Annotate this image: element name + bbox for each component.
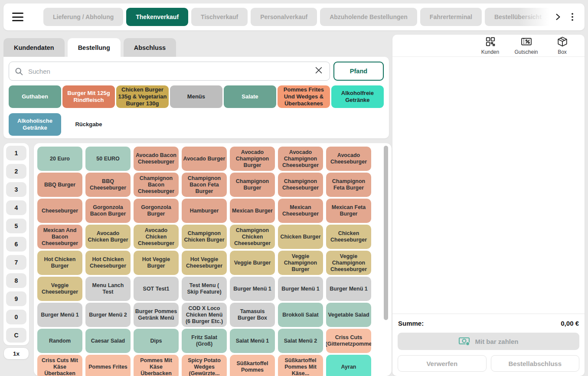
category-burger-mit-125g-rindfleisch[interactable]: Burger Mit 125g Rindfleisch <box>62 85 115 108</box>
product-veggie-burger[interactable]: Veggie Burger <box>230 251 275 275</box>
category-rückgabe[interactable]: Rückgabe <box>62 113 115 136</box>
product-burger-menü-1[interactable]: Burger Menü 1 <box>278 277 323 301</box>
product-chicken-burger[interactable]: Chicken Burger <box>278 225 323 249</box>
tab-tischverkauf[interactable]: Tischverkauf <box>191 8 248 26</box>
product-veggie-champignon-burger[interactable]: Veggie Champignon Burger <box>278 251 323 275</box>
product-spicy-potato-wedges-gewürzte[interactable]: Spicy Potato Wedges (Gewürzte... <box>182 355 227 376</box>
product-ayran[interactable]: Ayran <box>326 355 371 376</box>
scrollbar-thumb[interactable] <box>384 146 388 320</box>
product-champignon-feta-burger[interactable]: Champignon Feta Burger <box>326 173 371 197</box>
product-fritz-salat-groß[interactable]: Fritz Salat (Groß) <box>182 329 227 353</box>
product-gorgonzola-burger[interactable]: Gorgonzola Burger <box>134 199 179 223</box>
category-chicken-burger-135g-vegetarian-burger-130g[interactable]: Chicken Burger 135g & Vegetarian Burger … <box>116 85 169 108</box>
product-avocado-champignon-burger[interactable]: Avocado Champignon Burger <box>230 147 275 171</box>
product-champignon-chicken-burger[interactable]: Champignon Chicken Burger <box>182 225 227 249</box>
product-salat-menü-2[interactable]: Salat Menü 2 <box>278 329 323 353</box>
product-burger-menü-1[interactable]: Burger Menü 1 <box>37 303 82 327</box>
product-mexican-cheeseburger[interactable]: Mexican Cheeseburger <box>278 199 323 223</box>
product-criss-cuts-gitternetzpomme[interactable]: Criss Cuts (Gitternetzpomme <box>326 329 371 353</box>
section-tab-kundendaten[interactable]: Kundendaten <box>3 38 65 57</box>
numpad-9[interactable]: 9 <box>6 291 26 306</box>
tab-abzuholende-bestellungen[interactable]: Abzuholende Bestellungen <box>320 8 417 26</box>
section-tab-bestellung[interactable]: Bestellung <box>68 38 121 57</box>
numpad-c[interactable]: C <box>6 328 26 343</box>
clear-search-icon[interactable] <box>313 65 324 78</box>
product-chicken-cheeseburger[interactable]: Chicken Cheeseburger <box>326 225 371 249</box>
search-input[interactable] <box>27 67 313 75</box>
product-champignon-burger[interactable]: Champignon Burger <box>230 173 275 197</box>
product-20-euro[interactable]: 20 Euro <box>37 147 82 171</box>
product-test-menu-skip-feature[interactable]: Test Menu ( Skip Feature) <box>182 277 227 301</box>
product-avocado-bacon-cheeseburger[interactable]: Avocado Bacon Cheeseburger <box>134 147 179 171</box>
product-burger-menü-1[interactable]: Burger Menü 1 <box>230 277 275 301</box>
numpad-7[interactable]: 7 <box>6 255 26 270</box>
product-50-euro[interactable]: 50 EURO <box>85 147 131 171</box>
hamburger-menu-icon[interactable] <box>12 13 23 21</box>
product-pommes-frites[interactable]: Pommes Frites <box>85 355 131 376</box>
product-hot-veggie-cheeseburger[interactable]: Hot Veggie Cheeseburger <box>182 251 227 275</box>
product-veggie-champignon-cheeseburger[interactable]: Veggie Champignon Cheeseburger <box>326 251 371 275</box>
product-hot-veggie-burger[interactable]: Hot Veggie Burger <box>134 251 179 275</box>
product-bbq-burger[interactable]: BBQ Burger <box>37 173 82 197</box>
product-champignon-bacon-cheeseburger[interactable]: Champignon Bacon Cheeseburger <box>134 173 179 197</box>
product-avocado-chicken-burger[interactable]: Avocado Chicken Burger <box>85 225 131 249</box>
product-champignon-cheeseburger[interactable]: Champignon Cheeseburger <box>278 173 323 197</box>
product-avocado-chicken-cheeseburger[interactable]: Avocado Chicken Cheeseburger <box>134 225 179 249</box>
product-burger-pommes-getränk-menü[interactable]: Burger Pommes Getränk Menü <box>134 303 179 327</box>
numpad-3[interactable]: 3 <box>6 182 26 197</box>
tab-lieferung-abholung[interactable]: Lieferung / Abholung <box>43 8 123 26</box>
product-veggie-cheeseburger[interactable]: Veggie Cheeseburger <box>37 277 82 301</box>
category-pommes-frites-und-wedges-überbackenes[interactable]: Pommes Frites Und Wedges & Überbackenes <box>278 85 330 108</box>
product-tamasuis-burger-box[interactable]: Tamasuis Burger Box <box>230 303 275 327</box>
product-caesar-salad[interactable]: Caesar Salad <box>85 329 131 353</box>
product-pommes-mit-käse-überbacken[interactable]: Pommes Mit Käse Überbacken <box>134 355 179 376</box>
tab-bestellübersicht[interactable]: Bestellübersicht <box>485 8 549 26</box>
numpad-8[interactable]: 8 <box>6 273 26 288</box>
checkout-button[interactable]: Bestellabschluss <box>491 355 580 372</box>
category-alkoholische-getränke[interactable]: Alkoholische Getränke <box>9 113 61 136</box>
box-button[interactable]: Box <box>544 36 580 55</box>
product-burger-menü-1[interactable]: Burger Menü 1 <box>326 277 371 301</box>
numpad-6[interactable]: 6 <box>6 237 26 252</box>
category-salate[interactable]: Salate <box>224 85 276 108</box>
numpad-4[interactable]: 4 <box>6 200 26 215</box>
product-gorgonzola-bacon-burger[interactable]: Gorgonzola Bacon Burger <box>85 199 131 223</box>
product-avocado-cheeseburger[interactable]: Avocado Cheeseburger <box>326 147 371 171</box>
product-sot-test1[interactable]: SOT Test1 <box>134 277 179 301</box>
category-alkoholfreie-getränke[interactable]: Alkoholfreie Getränke <box>331 85 384 108</box>
numpad-2[interactable]: 2 <box>6 164 26 179</box>
product-bbq-cheeseburger[interactable]: BBQ Cheeseburger <box>85 173 131 197</box>
product-avocado-burger[interactable]: Avocado Burger <box>182 147 227 171</box>
product-random[interactable]: Random <box>37 329 82 353</box>
product-criss-cuts-mit-käse-überbacken[interactable]: Criss Cuts Mit Käse Überbacken <box>37 355 82 376</box>
product-süßkartoffel-pommes[interactable]: Süßkartoffel Pommes <box>230 355 275 376</box>
product-cheeseburger[interactable]: Cheeseburger <box>37 199 82 223</box>
pay-cash-button[interactable]: Mit bar zahlen <box>398 333 579 350</box>
product-brokkoli-salat[interactable]: Brokkoli Salat <box>278 303 323 327</box>
product-vegetable-salad[interactable]: Vegetable Salad <box>326 303 371 327</box>
gutschein-button[interactable]: Gutschein <box>508 36 544 55</box>
numpad-5[interactable]: 5 <box>6 219 26 233</box>
numpad-0[interactable]: 0 <box>6 310 26 324</box>
more-options-icon[interactable] <box>570 11 575 23</box>
tabs-scroll-right-button[interactable] <box>552 11 564 23</box>
product-hot-chicken-burger[interactable]: Hot Chicken Burger <box>37 251 82 275</box>
tab-personalverkauf[interactable]: Personalverkauf <box>251 8 317 26</box>
kunden-button[interactable]: Kunden <box>472 36 508 55</box>
product-hot-chicken-cheeseburger[interactable]: Hot Chicken Cheeseburger <box>85 251 131 275</box>
product-avocado-champignon-cheeseburger[interactable]: Avocado Champignon Cheeseburger <box>278 147 323 171</box>
pfand-button[interactable]: Pfand <box>333 62 384 81</box>
tab-fahrerterminal[interactable]: Fahrerterminal <box>420 8 482 26</box>
discard-button[interactable]: Verwerfen <box>398 355 487 372</box>
product-burger-menü-2[interactable]: Burger Menü 2 <box>85 303 131 327</box>
product-hamburger[interactable]: Hamburger <box>182 199 227 223</box>
product-süßkartoffel-pommes-mit-käse[interactable]: Süßkartoffel Pommes Mit Käse... <box>278 355 323 376</box>
multiplier-button[interactable]: 1x <box>3 347 29 360</box>
category-menüs[interactable]: Menüs <box>170 85 222 108</box>
product-champignon-bacon-feta-burger[interactable]: Champignon Bacon Feta Burger <box>182 173 227 197</box>
category-guthaben[interactable]: Guthaben <box>9 85 61 108</box>
product-dips[interactable]: Dips <box>134 329 179 353</box>
product-salat-menü-1[interactable]: Salat Menü 1 <box>230 329 275 353</box>
product-mexican-burger[interactable]: Mexican Burger <box>230 199 275 223</box>
product-champignon-chicken-cheeseburger[interactable]: Champignon Chicken Cheeseburger <box>230 225 275 249</box>
